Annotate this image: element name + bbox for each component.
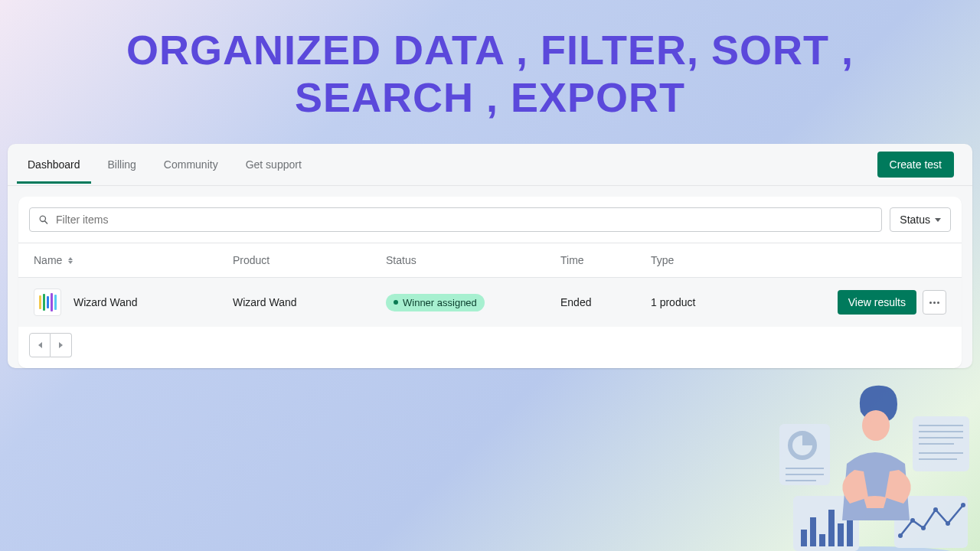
- table-header: Name Product Status Time Type: [18, 243, 962, 278]
- col-status[interactable]: Status: [381, 243, 556, 277]
- data-card: Status Name Product Status Time Type: [18, 197, 962, 368]
- col-time[interactable]: Time: [556, 243, 646, 277]
- search-icon: [38, 214, 50, 226]
- more-actions-button[interactable]: [923, 290, 946, 315]
- tabs: Dashboard Billing Community Get support: [17, 146, 312, 184]
- col-name-label: Name: [34, 254, 62, 266]
- col-name[interactable]: Name: [29, 243, 228, 277]
- col-product[interactable]: Product: [228, 243, 381, 277]
- status-dropdown[interactable]: Status: [890, 207, 951, 232]
- chevron-down-icon: [935, 218, 941, 222]
- view-results-button[interactable]: View results: [838, 290, 916, 315]
- svg-rect-16: [819, 534, 825, 546]
- tab-community[interactable]: Community: [153, 146, 229, 184]
- svg-rect-15: [810, 517, 816, 546]
- search-box[interactable]: [29, 207, 882, 232]
- search-input[interactable]: [56, 214, 874, 226]
- more-icon: [929, 302, 939, 304]
- tab-support[interactable]: Get support: [235, 146, 312, 184]
- product-thumb: [34, 289, 61, 316]
- svg-point-22: [910, 518, 915, 523]
- next-page-button[interactable]: [51, 333, 72, 357]
- col-type[interactable]: Type: [646, 243, 753, 277]
- chevron-left-icon: [38, 342, 42, 348]
- status-badge-text: Winner assigned: [403, 297, 477, 308]
- cell-time: Ended: [556, 285, 646, 319]
- create-test-button[interactable]: Create test: [877, 152, 954, 178]
- svg-point-27: [862, 410, 890, 441]
- hero-title: ORGANIZED DATA , FILTER, SORT , SEARCH ,…: [0, 0, 980, 121]
- status-badge: Winner assigned: [386, 294, 485, 311]
- svg-point-26: [961, 503, 965, 507]
- cell-status: Winner assigned: [381, 283, 556, 322]
- status-dropdown-label: Status: [900, 214, 930, 226]
- cell-name: Wizard Wand: [29, 278, 228, 327]
- app-panel: Dashboard Billing Community Get support …: [8, 144, 972, 368]
- filter-bar: Status: [18, 197, 962, 243]
- svg-rect-17: [828, 510, 835, 546]
- svg-point-25: [946, 521, 950, 526]
- illustration-person-charts: [770, 357, 977, 551]
- svg-point-23: [921, 526, 926, 530]
- hero-line1: ORGANIZED DATA , FILTER, SORT ,: [126, 27, 854, 73]
- svg-rect-18: [838, 523, 844, 546]
- tab-billing[interactable]: Billing: [97, 146, 147, 184]
- cell-product: Wizard Wand: [228, 285, 381, 319]
- cell-actions: View results: [753, 279, 951, 325]
- chevron-right-icon: [59, 342, 63, 348]
- status-dot-icon: [394, 300, 398, 305]
- prev-page-button[interactable]: [29, 333, 51, 357]
- tabbar: Dashboard Billing Community Get support …: [8, 144, 972, 186]
- cell-type: 1 product: [646, 285, 753, 319]
- cell-name-text: Wizard Wand: [74, 296, 138, 308]
- svg-point-24: [933, 507, 938, 512]
- tab-dashboard[interactable]: Dashboard: [17, 146, 91, 184]
- svg-rect-14: [801, 530, 807, 546]
- svg-point-21: [898, 533, 903, 538]
- sort-icon: [68, 257, 73, 264]
- hero-line2: SEARCH , EXPORT: [295, 74, 685, 120]
- table-row[interactable]: Wizard Wand Wizard Wand Winner assigned …: [18, 278, 962, 327]
